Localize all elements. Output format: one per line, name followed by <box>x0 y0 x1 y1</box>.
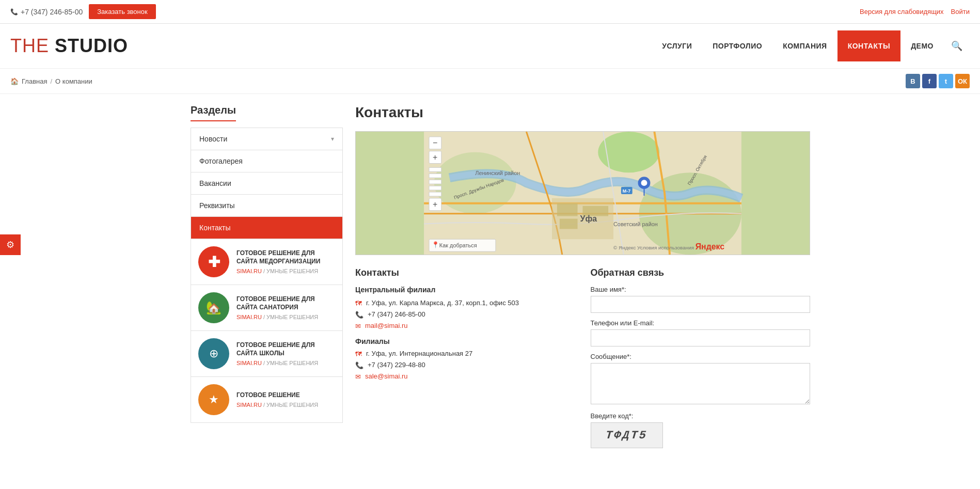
captcha-image: ТФДТ5 <box>591 422 663 448</box>
svg-text:Ленинский район: Ленинский район <box>475 170 520 176</box>
sidebar-menu: Новости ▾ Фотогалерея Вакансии Реквизиты… <box>191 128 343 239</box>
map-container[interactable]: Ленинский район Советский район Уфа Прос… <box>355 131 810 255</box>
svg-rect-26 <box>429 180 441 184</box>
nav-item-portfolio[interactable]: ПОРТФОЛИО <box>702 30 772 61</box>
contact-branch2-phone: 📞 +7 (347) 229-48-80 <box>355 361 575 369</box>
branches-title: Филиалы <box>355 337 575 345</box>
svg-rect-24 <box>429 167 441 171</box>
promo-text-sanatorium: ГОТОВОЕ РЕШЕНИЕ ДЛЯ САЙТА САНАТОРИЯ SIMA… <box>236 295 335 320</box>
social-tw-icon[interactable]: t <box>939 74 953 88</box>
branch2-address-text: г. Уфа, ул. Интернациональная 27 <box>366 350 472 357</box>
address-text: г. Уфа, ул. Карла Маркса, д. 37, корп.1,… <box>366 299 519 307</box>
contact-info: Контакты Центральный филиал 🗺 г. Уфа, ул… <box>355 267 575 448</box>
promo-title-school: ГОТОВОЕ РЕШЕНИЕ ДЛЯ САЙТА ШКОЛЫ <box>236 341 335 357</box>
sidebar: Разделы Новости ▾ Фотогалерея Вакансии Р… <box>191 104 343 448</box>
sidebar-item-vacancies-label: Вакансии <box>199 179 231 187</box>
svg-text:Как добраться: Как добраться <box>439 242 477 248</box>
map-svg: Ленинский район Советский район Уфа Прос… <box>356 132 810 255</box>
svg-point-1 <box>434 152 516 214</box>
svg-text:Уфа: Уфа <box>580 214 597 223</box>
sidebar-item-news[interactable]: Новости ▾ <box>191 128 342 150</box>
promo-card-sanatorium[interactable]: 🏡 ГОТОВОЕ РЕШЕНИЕ ДЛЯ САЙТА САНАТОРИЯ SI… <box>191 285 343 331</box>
promo-title-other: ГОТОВОЕ РЕШЕНИЕ <box>236 391 318 400</box>
social-fb-icon[interactable]: f <box>922 74 937 88</box>
nav-item-company[interactable]: КОМПАНИЯ <box>772 30 837 61</box>
breadcrumb: 🏠 Главная / О компании <box>10 77 92 85</box>
sidebar-title: Разделы <box>191 104 236 121</box>
breadcrumb-current: О компании <box>55 77 92 85</box>
sidebar-item-requisites-label: Реквизиты <box>199 201 235 210</box>
logo[interactable]: THE STUDIO <box>10 35 128 57</box>
social-ok-icon[interactable]: ОК <box>955 74 970 88</box>
contact-branch2-email: ✉ sale@simai.ru <box>355 372 575 381</box>
callback-button[interactable]: Заказать звонок <box>89 4 155 19</box>
promo-icon-sanatorium: 🏡 <box>198 292 229 323</box>
contacts-section-title: Контакты <box>355 267 575 278</box>
logo-part1: THE <box>10 35 55 56</box>
promo-title-sanatorium: ГОТОВОЕ РЕШЕНИЕ ДЛЯ САЙТА САНАТОРИЯ <box>236 295 335 311</box>
promo-card-other[interactable]: ★ ГОТОВОЕ РЕШЕНИЕ SIMAI.RU / УМНЫЕ РЕШЕН… <box>191 377 343 423</box>
feedback-form: Обратная связь Ваше имя*: Телефон или E-… <box>591 267 811 448</box>
sidebar-item-contacts-label: Контакты <box>199 224 230 232</box>
email-icon: ✉ <box>355 322 361 330</box>
main-content: Разделы Новости ▾ Фотогалерея Вакансии Р… <box>160 94 820 459</box>
sidebar-item-vacancies[interactable]: Вакансии <box>191 172 342 195</box>
phone-email-label: Телефон или E-mail: <box>591 319 811 327</box>
name-label: Ваше имя*: <box>591 286 811 293</box>
branch2-phone-text: +7 (347) 229-48-80 <box>368 361 425 369</box>
topbar-left: +7 (347) 246-85-00 Заказать звонок <box>10 4 156 19</box>
phone-email-input[interactable] <box>591 329 811 346</box>
vision-link[interactable]: Версия для слабовидящих <box>860 8 944 15</box>
promo-text-medical: ГОТОВОЕ РЕШЕНИЕ ДЛЯ САЙТА МЕДОРГАНИЗАЦИИ… <box>236 249 335 274</box>
breadcrumb-home[interactable]: Главная <box>22 77 47 85</box>
svg-text:М-7: М-7 <box>623 188 630 194</box>
nav-item-demo[interactable]: ДЕМО <box>900 30 944 61</box>
promo-card-school[interactable]: ⊕ ГОТОВОЕ РЕШЕНИЕ ДЛЯ САЙТА ШКОЛЫ SIMAI.… <box>191 331 343 377</box>
topbar-right: Версия для слабовидящих Войти <box>860 8 970 15</box>
svg-rect-27 <box>429 186 441 190</box>
chevron-down-icon: ▾ <box>331 135 334 143</box>
branch-title: Центральный филиал <box>355 286 575 294</box>
search-icon[interactable]: 🔍 <box>944 29 970 63</box>
svg-text:© Яндекс  Условия использовани: © Яндекс Условия использования <box>613 245 694 250</box>
email1-link[interactable]: mail@simai.ru <box>365 322 408 329</box>
svg-text:+: + <box>433 200 437 209</box>
captcha-label: Введите код*: <box>591 412 811 420</box>
header: THE STUDIO УСЛУГИ ПОРТФОЛИО КОМПАНИЯ КОН… <box>0 24 980 68</box>
promo-title-medical: ГОТОВОЕ РЕШЕНИЕ ДЛЯ САЙТА МЕДОРГАНИЗАЦИИ <box>236 249 335 265</box>
contact-email1: ✉ mail@simai.ru <box>355 322 575 330</box>
address2-icon: 🗺 <box>355 350 362 358</box>
contact-phone1: 📞 +7 (347) 246-85-00 <box>355 310 575 319</box>
message-label: Сообщение*: <box>591 353 811 360</box>
social-vk-icon[interactable]: В <box>906 74 920 88</box>
nav-item-contacts[interactable]: КОНТАКТЫ <box>837 30 900 61</box>
promo-sub-other: SIMAI.RU / УМНЫЕ РЕШЕНИЯ <box>236 402 318 408</box>
breadcrumb-separator: / <box>50 77 52 85</box>
svg-rect-25 <box>429 173 441 178</box>
svg-text:Советский район: Советский район <box>613 221 658 227</box>
nav-item-services[interactable]: УСЛУГИ <box>652 30 702 61</box>
email2-link[interactable]: sale@simai.ru <box>365 372 408 380</box>
sidebar-item-gallery-label: Фотогалерея <box>199 157 243 165</box>
phone2-icon: 📞 <box>355 361 363 369</box>
svg-rect-28 <box>429 192 441 196</box>
feedback-section-title: Обратная связь <box>591 267 811 278</box>
phone-number: +7 (347) 246-85-00 <box>10 8 83 16</box>
breadcrumb-bar: 🏠 Главная / О компании В f t ОК <box>0 68 980 94</box>
login-link[interactable]: Войти <box>951 8 970 15</box>
promo-icon-medical: ✚ <box>198 246 229 277</box>
name-input[interactable] <box>591 296 811 313</box>
promo-card-medical[interactable]: ✚ ГОТОВОЕ РЕШЕНИЕ ДЛЯ САЙТА МЕДОРГАНИЗАЦ… <box>191 239 343 285</box>
settings-button[interactable]: ⚙ <box>0 234 21 255</box>
sidebar-item-requisites[interactable]: Реквизиты <box>191 195 342 217</box>
promo-text-other: ГОТОВОЕ РЕШЕНИЕ SIMAI.RU / УМНЫЕ РЕШЕНИЯ <box>236 391 318 408</box>
sidebar-item-contacts[interactable]: Контакты <box>191 217 342 239</box>
sidebar-item-gallery[interactable]: Фотогалерея <box>191 150 342 172</box>
svg-text:−: − <box>433 138 437 147</box>
phone1-text: +7 (347) 246-85-00 <box>368 310 425 318</box>
promo-icon-school: ⊕ <box>198 338 229 369</box>
message-textarea[interactable] <box>591 363 811 404</box>
home-icon: 🏠 <box>10 77 19 85</box>
captcha-text: ТФДТ5 <box>605 429 648 442</box>
main-nav: УСЛУГИ ПОРТФОЛИО КОМПАНИЯ КОНТАКТЫ ДЕМО … <box>652 29 970 63</box>
